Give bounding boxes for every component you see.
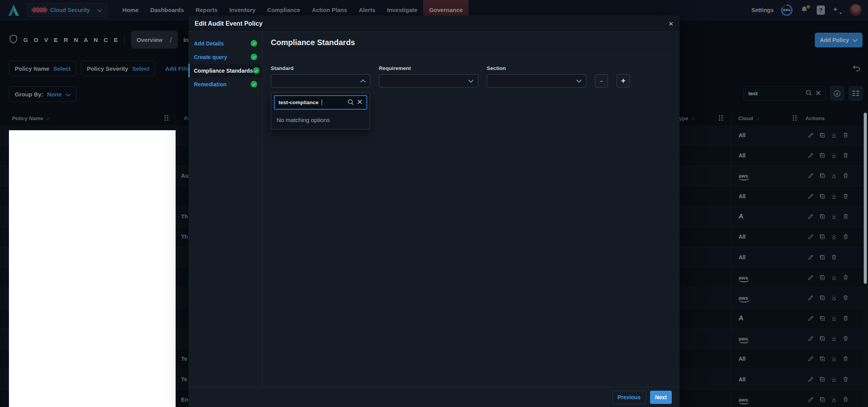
clear-search-icon[interactable] <box>357 99 363 106</box>
requirement-field: Requirement <box>379 65 478 87</box>
step-completed-icon <box>251 40 257 47</box>
remove-standard-button[interactable] <box>595 74 608 87</box>
app-window: Cloud Security Home Dashboards Reports I… <box>0 0 868 407</box>
standard-label: Standard <box>271 65 370 71</box>
section-label: Section <box>487 65 586 71</box>
step-label: Remediation <box>194 81 227 87</box>
standard-dropdown-panel: test-compliance No matching options <box>271 92 370 129</box>
section-heading: Compliance Standards <box>271 38 671 55</box>
requirement-label: Requirement <box>379 65 478 71</box>
edit-audit-event-policy-modal: Edit Audit Event Policy Add Details Crea… <box>188 16 680 407</box>
modal-title: Edit Audit Event Policy <box>195 20 263 27</box>
modal-content: Compliance Standards Standard test-compl… <box>262 32 680 387</box>
step-label: Create query <box>194 54 227 60</box>
step-label: Compliance Standards <box>194 68 253 74</box>
step-create-query[interactable]: Create query <box>188 50 262 64</box>
step-completed-icon <box>251 81 257 87</box>
step-add-details[interactable]: Add Details <box>188 37 262 50</box>
dropdown-search-input[interactable]: test-compliance <box>274 95 367 110</box>
requirement-select[interactable] <box>379 74 478 87</box>
close-icon[interactable] <box>669 19 673 28</box>
step-completed-icon <box>253 67 260 74</box>
chevron-up-icon <box>360 77 366 84</box>
next-button[interactable]: Next <box>650 391 672 404</box>
step-compliance-standards[interactable]: Compliance Standards <box>188 64 262 77</box>
previous-button[interactable]: Previous <box>612 391 646 404</box>
chevron-down-icon <box>468 77 474 84</box>
add-standard-button[interactable] <box>617 74 630 87</box>
standard-select[interactable] <box>271 74 370 87</box>
modal-body: Add Details Create query Compliance Stan… <box>188 32 680 387</box>
step-remediation[interactable]: Remediation <box>188 77 262 91</box>
step-completed-icon <box>251 54 257 60</box>
no-options-message: No matching options <box>271 112 370 129</box>
modal-header: Edit Audit Event Policy <box>188 16 680 32</box>
text-cursor <box>322 100 322 105</box>
compliance-fields-row: Standard test-compliance No matchin <box>271 65 671 87</box>
standard-field: Standard test-compliance No matchin <box>271 65 370 87</box>
section-select[interactable] <box>487 74 586 87</box>
dropdown-search-value: test-compliance <box>279 100 319 105</box>
modal-footer: Previous Next <box>188 387 680 407</box>
blank-panel <box>9 130 176 407</box>
section-field: Section <box>487 65 586 87</box>
step-label: Add Details <box>194 40 224 47</box>
wizard-steps: Add Details Create query Compliance Stan… <box>188 32 262 387</box>
table-scrollbar-thumb[interactable] <box>864 113 867 284</box>
search-icon[interactable] <box>347 99 354 107</box>
chevron-down-icon <box>576 77 582 84</box>
